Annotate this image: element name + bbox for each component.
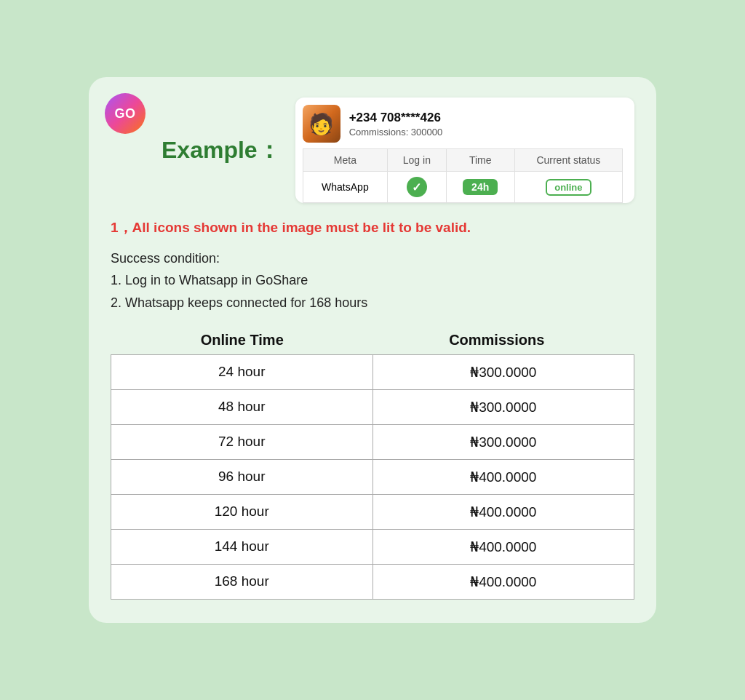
commission-header-row: Online Time Commissions [111, 332, 634, 349]
example-label: Example： [162, 135, 281, 167]
commission-row: 96 hour₦400.0000 [111, 459, 634, 494]
instruction-body: Success condition: 1. Log in to Whatsapp… [111, 247, 634, 314]
commission-row: 144 hour₦400.0000 [111, 529, 634, 564]
col-time: Time [446, 149, 514, 172]
cell-login: ✓ [388, 172, 447, 203]
status-table: Meta Log in Time Current status WhatsApp… [303, 148, 623, 203]
check-icon: ✓ [407, 177, 427, 197]
commission-row: 120 hour₦400.0000 [111, 494, 634, 529]
commission-row: 24 hour₦300.0000 [111, 354, 634, 389]
time-cell: 96 hour [111, 459, 373, 494]
commission-table: 24 hour₦300.000048 hour₦300.000072 hour₦… [111, 354, 634, 600]
logo-text: GO [114, 106, 135, 122]
commission-cell: ₦400.0000 [372, 564, 634, 599]
time-cell: 72 hour [111, 424, 373, 459]
col-status: Current status [514, 149, 622, 172]
header-row: Example： 🧑 +234 708****426 Commissions: … [162, 98, 634, 203]
time-cell: 24 hour [111, 354, 373, 389]
instruction-highlight: 1，All icons shown in the image must be l… [111, 218, 634, 239]
time-cell: 168 hour [111, 564, 373, 599]
commission-row: 72 hour₦300.0000 [111, 424, 634, 459]
cell-status: online [514, 172, 622, 203]
cell-time: 24h [446, 172, 514, 203]
profile-card: 🧑 +234 708****426 Commissions: 300000 Me… [295, 98, 634, 203]
avatar: 🧑 [303, 105, 340, 143]
step2: 2. Whatsapp keeps connected for 168 hour… [111, 292, 634, 314]
table-row: WhatsApp ✓ 24h online [303, 172, 622, 203]
commission-cell: ₦300.0000 [372, 424, 634, 459]
commission-cell: ₦400.0000 [372, 494, 634, 529]
cell-meta: WhatsApp [303, 172, 388, 203]
commission-cell: ₦300.0000 [372, 354, 634, 389]
avatar-icon: 🧑 [308, 112, 334, 136]
commission-table-section: Online Time Commissions 24 hour₦300.0000… [111, 332, 634, 600]
col2-header: Commissions [449, 332, 544, 349]
time-cell: 144 hour [111, 529, 373, 564]
col1-header: Online Time [201, 332, 284, 349]
col-meta: Meta [303, 149, 388, 172]
step1: 1. Log in to Whatsapp in GoShare [111, 269, 634, 292]
commission-cell: ₦400.0000 [372, 529, 634, 564]
commissions-label: Commissions: 300000 [349, 127, 443, 138]
profile-top: 🧑 +234 708****426 Commissions: 300000 [303, 105, 623, 143]
logo-badge: GO [105, 93, 146, 134]
main-card: GO Example： 🧑 +234 708****426 Commission… [89, 77, 656, 622]
instructions: 1，All icons shown in the image must be l… [111, 218, 634, 314]
commission-cell: ₦300.0000 [372, 389, 634, 424]
online-badge: online [546, 179, 591, 196]
profile-info: +234 708****426 Commissions: 300000 [349, 111, 443, 138]
phone-number: +234 708****426 [349, 111, 443, 125]
time-badge: 24h [463, 179, 498, 195]
commission-cell: ₦400.0000 [372, 459, 634, 494]
success-label: Success condition: [111, 247, 634, 270]
commission-row: 48 hour₦300.0000 [111, 389, 634, 424]
commission-row: 168 hour₦400.0000 [111, 564, 634, 599]
time-cell: 48 hour [111, 389, 373, 424]
col-login: Log in [388, 149, 447, 172]
time-cell: 120 hour [111, 494, 373, 529]
